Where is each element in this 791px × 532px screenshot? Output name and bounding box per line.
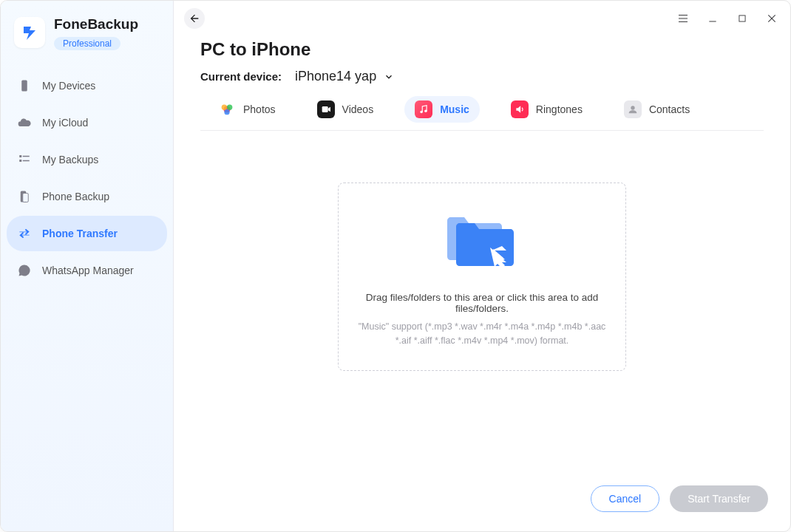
window-controls — [675, 10, 780, 27]
sidebar-item-label: Phone Backup — [42, 191, 109, 202]
brand: FoneBackup Professional — [7, 14, 167, 61]
ringtones-icon — [511, 100, 529, 118]
device-icon — [17, 78, 32, 93]
sidebar-item-my-devices[interactable]: My Devices — [7, 68, 167, 103]
app-title: FoneBackup — [54, 17, 138, 33]
chevron-down-icon — [384, 72, 394, 82]
list-icon — [17, 152, 32, 167]
dropzone-support-text: "Music" support (*.mp3 *.wav *.m4r *.m4a… — [356, 320, 608, 348]
tab-ringtones[interactable]: Ringtones — [500, 96, 593, 123]
main: PC to iPhone Current device: iPhone14 ya… — [174, 1, 790, 531]
sidebar-item-my-backups[interactable]: My Backups — [7, 142, 167, 177]
svg-point-20 — [424, 110, 427, 113]
current-device-name: iPhone14 yap — [295, 69, 376, 84]
tab-contacts[interactable]: Contacts — [614, 96, 700, 123]
close-icon — [766, 13, 778, 24]
music-icon — [415, 100, 432, 118]
current-device-row: Current device: iPhone14 yap — [200, 69, 764, 84]
dropzone[interactable]: Drag files/folders to this area or click… — [338, 183, 626, 371]
tab-label: Music — [440, 103, 469, 115]
sidebar-item-phone-transfer[interactable]: Phone Transfer — [7, 216, 167, 251]
footer: Cancel Start Transfer — [591, 485, 768, 512]
maximize-button[interactable] — [734, 10, 750, 27]
tab-label: Contacts — [649, 103, 690, 115]
videos-icon — [317, 100, 335, 118]
cloud-icon — [17, 115, 32, 130]
tier-badge: Professional — [54, 37, 120, 50]
svg-point-17 — [224, 109, 229, 115]
page-title: PC to iPhone — [200, 39, 764, 60]
svg-point-16 — [227, 105, 232, 110]
dropzone-prompt: Drag files/folders to this area or click… — [350, 292, 614, 314]
tab-videos[interactable]: Videos — [307, 96, 384, 123]
tab-label: Videos — [342, 103, 374, 115]
svg-rect-3 — [19, 160, 21, 162]
back-button[interactable] — [184, 8, 205, 29]
phone-backup-icon — [17, 189, 32, 204]
sidebar: FoneBackup Professional My Devices My iC… — [1, 1, 174, 531]
category-tabs: Photos Videos Music Ringtones — [200, 95, 764, 131]
photos-icon — [218, 100, 236, 118]
minimize-icon — [707, 13, 719, 24]
hamburger-icon — [676, 12, 690, 25]
chat-icon — [17, 263, 32, 278]
sidebar-item-my-icloud[interactable]: My iCloud — [7, 105, 167, 140]
titlebar — [174, 1, 790, 36]
minimize-button[interactable] — [705, 10, 721, 27]
start-transfer-button[interactable]: Start Transfer — [670, 485, 768, 512]
sidebar-item-whatsapp-manager[interactable]: WhatsApp Manager — [7, 253, 167, 288]
cancel-button[interactable]: Cancel — [591, 485, 660, 512]
svg-rect-1 — [19, 155, 21, 157]
svg-point-15 — [222, 105, 227, 110]
menu-button[interactable] — [675, 10, 691, 27]
svg-point-19 — [420, 111, 423, 114]
svg-rect-0 — [21, 80, 27, 91]
transfer-icon — [17, 226, 32, 241]
tab-photos[interactable]: Photos — [208, 96, 286, 123]
current-device-select[interactable]: iPhone14 yap — [295, 69, 394, 84]
sidebar-item-label: WhatsApp Manager — [42, 265, 134, 276]
tab-music[interactable]: Music — [404, 96, 480, 123]
sidebar-item-label: My Backups — [42, 154, 98, 166]
close-button[interactable] — [764, 10, 780, 27]
tab-label: Ringtones — [536, 103, 583, 115]
arrow-left-icon — [189, 13, 200, 24]
tab-label: Photos — [243, 103, 276, 115]
svg-rect-18 — [322, 106, 327, 112]
svg-rect-2 — [23, 156, 30, 157]
svg-point-21 — [631, 106, 634, 109]
app-logo — [14, 17, 45, 48]
sidebar-nav: My Devices My iCloud My Backups Phone Ba… — [7, 68, 167, 288]
content: PC to iPhone Current device: iPhone14 ya… — [174, 39, 790, 371]
sidebar-item-label: Phone Transfer — [42, 228, 118, 239]
sidebar-item-label: My iCloud — [42, 117, 88, 129]
sidebar-item-label: My Devices — [42, 80, 95, 92]
sidebar-item-phone-backup[interactable]: Phone Backup — [7, 179, 167, 214]
svg-rect-11 — [739, 16, 745, 21]
folder-icon — [441, 206, 523, 276]
current-device-label: Current device: — [200, 70, 282, 83]
svg-rect-6 — [23, 193, 29, 202]
maximize-icon — [737, 13, 747, 24]
contacts-icon — [624, 100, 642, 118]
svg-rect-4 — [23, 160, 30, 162]
